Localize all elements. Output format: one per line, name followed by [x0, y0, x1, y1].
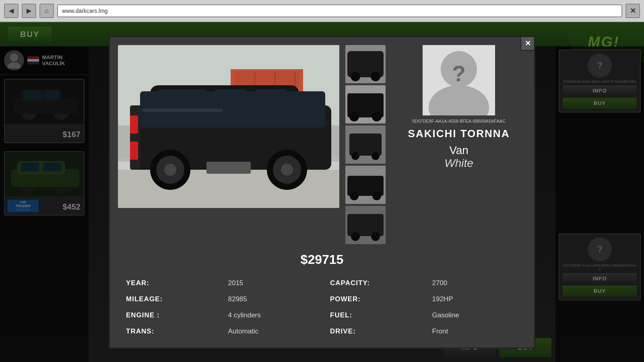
svg-point-44 [351, 72, 360, 81]
seller-big-name: SAKICHI TORNNA [408, 128, 510, 140]
svg-point-45 [371, 72, 380, 81]
trans-label: TRANS: [118, 323, 220, 339]
modal-close-button[interactable]: ✕ [520, 36, 535, 51]
thumbnail-3[interactable] [345, 125, 386, 164]
svg-text:?: ? [452, 61, 466, 86]
power-label: POWER: [322, 291, 424, 307]
car-type-label: Van [449, 144, 469, 157]
fuel-value: Gasoline [424, 307, 526, 323]
thumbnail-4[interactable] [345, 166, 386, 204]
mileage-label: MILEAGE: [118, 291, 220, 307]
svg-point-56 [350, 191, 359, 200]
thumbnail-1[interactable] [345, 45, 386, 83]
fuel-label: FUEL: [322, 307, 424, 323]
car-price: $29715 [118, 252, 526, 267]
year-label: YEAR: [118, 275, 220, 291]
svg-point-61 [371, 232, 380, 241]
browser-chrome: ◀ ▶ ⌂ www.darkcars.lmg ✕ [0, 0, 644, 22]
car-color-label: White [444, 157, 473, 170]
game-background: BUY MG! MARTIN VACULÍK [0, 22, 644, 362]
seller-big-avatar: ? [423, 45, 495, 115]
thumbnail-5[interactable] [345, 206, 386, 244]
forward-button[interactable]: ▶ [22, 4, 36, 18]
trans-value: Automatic [220, 323, 322, 339]
svg-rect-59 [347, 214, 384, 236]
engine-value: 4 cylinders [220, 307, 322, 323]
specs-table: YEAR: 2015 CAPACITY: 2700 MILEAGE: 82985… [118, 275, 526, 339]
drive-value: Front [424, 323, 526, 339]
power-value: 192HP [424, 291, 526, 307]
modal-overlay: ✕ [0, 22, 644, 362]
svg-point-52 [351, 152, 359, 160]
svg-point-48 [349, 112, 359, 121]
seller-id-hash: 5D07DE8F-AA1A-4558-BFEA-6B609A5AFAAC [412, 119, 506, 123]
capacity-label: CAPACITY: [322, 275, 424, 291]
spec-row-mileage: MILEAGE: 82985 POWER: 192HP [118, 291, 526, 307]
spec-row-trans: TRANS: Automatic DRIVE: Front [118, 323, 526, 339]
address-bar[interactable]: www.darkcars.lmg [57, 4, 622, 17]
svg-rect-32 [130, 142, 138, 160]
drive-label: DRIVE: [322, 323, 424, 339]
svg-rect-31 [130, 115, 138, 134]
svg-point-60 [351, 232, 360, 241]
svg-rect-30 [130, 105, 140, 170]
modal-top-section: ? 5D07DE8F-AA1A-4558-BFEA-6B609A5AFAAC S… [118, 45, 526, 244]
mileage-value: 82985 [220, 291, 322, 307]
engine-label: ENGINE : [118, 307, 220, 323]
thumbnail-2[interactable] [345, 85, 386, 123]
svg-point-57 [372, 191, 381, 200]
svg-point-53 [372, 152, 380, 160]
svg-point-49 [372, 112, 382, 121]
browser-close-button[interactable]: ✕ [625, 4, 640, 18]
home-button[interactable]: ⌂ [39, 4, 54, 18]
year-value: 2015 [220, 275, 322, 291]
svg-rect-41 [142, 109, 223, 112]
thumbnail-grid [345, 45, 386, 244]
main-car-image [118, 45, 339, 208]
svg-rect-34 [206, 162, 251, 174]
back-button[interactable]: ◀ [4, 4, 19, 18]
capacity-value: 2700 [424, 275, 526, 291]
spec-row-engine: ENGINE : 4 cylinders FUEL: Gasoline [118, 307, 526, 323]
svg-point-37 [164, 164, 176, 176]
seller-info-panel: ? 5D07DE8F-AA1A-4558-BFEA-6B609A5AFAAC S… [392, 45, 526, 244]
spec-row-year: YEAR: 2015 CAPACITY: 2700 [118, 275, 526, 291]
car-detail-modal: ✕ [109, 36, 535, 349]
svg-point-40 [281, 164, 293, 176]
